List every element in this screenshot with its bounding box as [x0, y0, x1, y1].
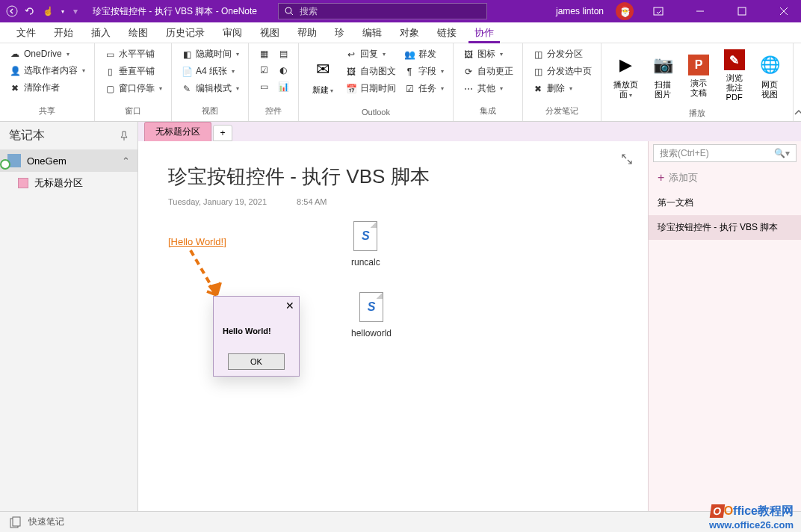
tab-8[interactable]: 珍 [326, 22, 353, 43]
tab-11[interactable]: 链接 [428, 22, 466, 43]
ribbon-button[interactable]: 👤选取作者内容▾ [6, 63, 88, 78]
tab-0[interactable]: 文件 [7, 22, 45, 43]
close-icon[interactable]: ✕ [285, 300, 294, 309]
main: 笔记本 OneGem ⌃ 无标题分区 无标题分区 + [0, 122, 801, 511]
ribbon-large-button[interactable]: ▶播放页面▾ [607, 46, 645, 106]
notebook-item[interactable]: OneGem ⌃ [0, 149, 137, 172]
ribbon-display-icon[interactable] [641, 0, 675, 22]
ribbon-button[interactable]: 🖼自动图文 [342, 64, 399, 79]
ribbon-group: ✉新建▾↩回复▾🖼自动图文📅日期时间👥群发¶字段▾☑任务▾Outlook [299, 43, 454, 121]
statusbar-text[interactable]: 快速笔记 [28, 516, 64, 528]
ribbon-large-button[interactable]: 📷扫描图片 [646, 46, 681, 106]
pages-search-input[interactable]: 搜索(Ctrl+E) 🔍▾ [653, 144, 797, 162]
ribbon-button[interactable]: ✖清除作者 [6, 80, 88, 96]
tab-5[interactable]: 审阅 [214, 22, 251, 43]
tab-1[interactable]: 开始 [45, 22, 82, 43]
tab-7[interactable]: 帮助 [288, 22, 326, 43]
section-tab[interactable]: 无标题分区 [144, 122, 211, 141]
expand-icon[interactable] [621, 153, 633, 165]
tab-6[interactable]: 视图 [251, 22, 288, 43]
file-runcalc[interactable]: S runcalc [351, 221, 380, 267]
ribbon-button[interactable]: ▭水平平铺 [101, 46, 165, 62]
ribbon-button[interactable]: ✎编辑模式▾ [178, 81, 242, 96]
notes-icon[interactable] [9, 516, 22, 528]
close-icon[interactable] [767, 0, 801, 22]
page-entry[interactable]: 第一文档 [649, 191, 801, 215]
titlebar: ☝ ▾ ▾ 珍宝按钮控件 - 执行 VBS 脚本 - OneNote 搜索 ja… [0, 0, 801, 22]
ribbon-button[interactable]: ☁OneDrive▾ [6, 46, 88, 61]
page-time: 8:54 AM [297, 197, 327, 206]
ribbon-button[interactable]: ◫分发分区 [529, 46, 595, 62]
ribbon-control[interactable]: ☑ [255, 63, 273, 78]
ribbon-button[interactable]: ◧隐藏时间▾ [178, 46, 242, 62]
back-icon[interactable] [6, 5, 18, 17]
pin-icon[interactable] [120, 131, 129, 141]
ribbon-button[interactable]: 📅日期时间 [342, 81, 399, 96]
search-placeholder: 搜索 [300, 5, 318, 18]
page-entry-active[interactable]: 珍宝按钮控件 - 执行 VBS 脚本 [649, 215, 801, 240]
ribbon-large-button[interactable]: P演示文稿 [681, 46, 716, 106]
chevron-up-icon: ⌃ [122, 155, 130, 167]
tab-10[interactable]: 对象 [391, 22, 428, 43]
add-page-button[interactable]: + 添加页 [649, 165, 801, 191]
msgbox-text: Hello World! [214, 312, 299, 347]
ribbon-button[interactable]: 📄A4 纸张▾ [178, 64, 242, 79]
maximize-icon[interactable] [725, 0, 759, 22]
content: 无标题分区 + 珍宝按钮控件 - 执行 VBS 脚本 Tuesday, Janu… [138, 122, 801, 511]
ribbon-button[interactable]: ▯垂直平铺 [101, 64, 165, 79]
search-icon [285, 7, 294, 16]
ribbon-button[interactable]: ⟳自动更正 [460, 64, 516, 79]
page-meta: Tuesday, January 19, 2021 8:54 AM [168, 197, 618, 206]
window-title: 珍宝按钮控件 - 执行 VBS 脚本 - OneNote [93, 5, 257, 18]
search-icon: 🔍▾ [774, 148, 790, 158]
ribbon-control[interactable]: ◐ [274, 63, 292, 78]
ribbon-button[interactable]: ↩回复▾ [342, 46, 399, 62]
sidebar-title: 笔记本 [9, 128, 45, 143]
plus-icon: + [658, 171, 664, 185]
tab-12[interactable]: 协作 [466, 22, 503, 43]
ribbon-control[interactable]: ▦ [255, 46, 273, 61]
file-helloworld[interactable]: S helloworld [351, 292, 392, 338]
ribbon-control[interactable]: ▤ [274, 46, 292, 61]
ribbon-button[interactable]: ◫分发选中页 [529, 64, 595, 79]
ribbon-button[interactable]: 🖼图标▾ [460, 46, 516, 62]
ribbon-button[interactable]: ⋯其他▾ [460, 81, 516, 96]
ribbon-large-button[interactable]: ✉新建▾ [305, 46, 341, 106]
add-section-button[interactable]: + [213, 125, 232, 141]
hello-world-link[interactable]: [Hello World!] [168, 236, 226, 247]
ribbon-large-button[interactable]: 🌐网页视图 [752, 46, 787, 106]
ribbon-control[interactable]: ▭ [255, 79, 273, 94]
ok-button[interactable]: OK [228, 353, 285, 370]
message-box: ✕ Hello World! OK [213, 296, 300, 377]
ribbon-button[interactable]: ¶字段▾ [400, 64, 447, 79]
section-item[interactable]: 无标题分区 [0, 172, 137, 194]
vbs-file-icon: S [359, 292, 383, 322]
tab-4[interactable]: 历史记录 [157, 22, 214, 43]
tab-2[interactable]: 插入 [82, 22, 120, 43]
page-area: 珍宝按钮控件 - 执行 VBS 脚本 Tuesday, January 19, … [138, 141, 801, 532]
minimize-icon[interactable] [683, 0, 717, 22]
search-box[interactable]: 搜索 [278, 3, 487, 19]
canvas[interactable]: 珍宝按钮控件 - 执行 VBS 脚本 Tuesday, January 19, … [138, 141, 648, 532]
ribbon-group-label: 控件 [255, 104, 292, 118]
ribbon-button[interactable]: ✖删除▾ [529, 81, 595, 96]
ribbon-control[interactable]: 📊 [274, 79, 292, 94]
ribbon-button[interactable]: ▢窗口停靠▾ [101, 81, 165, 96]
ribbon-large-button[interactable]: ✎浏览批注PDF [717, 46, 752, 106]
ribbon-button[interactable]: ☑任务▾ [400, 81, 447, 96]
watermark: OOffice教程网 www.office26.com [709, 504, 794, 531]
pages-panel: 搜索(Ctrl+E) 🔍▾ + 添加页 第一文档 珍宝按钮控件 - 执行 VBS… [648, 141, 801, 532]
ribbon-collapse-icon[interactable] [794, 43, 801, 121]
page-title: 珍宝按钮控件 - 执行 VBS 脚本 [168, 164, 618, 190]
user-name[interactable]: james linton [556, 6, 604, 16]
ribbon: ☁OneDrive▾👤选取作者内容▾✖清除作者共享▭水平平铺▯垂直平铺▢窗口停靠… [0, 43, 801, 122]
undo-icon[interactable] [24, 5, 36, 17]
file-label: runcalc [351, 257, 380, 267]
tab-9[interactable]: 编辑 [353, 22, 391, 43]
avatar[interactable]: 🎅 [616, 2, 634, 20]
ribbon-button[interactable]: 👥群发 [400, 46, 447, 62]
tab-3[interactable]: 绘图 [120, 22, 157, 43]
msgbox-footer: OK [214, 347, 299, 376]
touch-icon[interactable]: ☝ [42, 5, 54, 17]
menubar: 文件开始插入绘图历史记录审阅视图帮助珍编辑对象链接协作 [0, 22, 801, 43]
